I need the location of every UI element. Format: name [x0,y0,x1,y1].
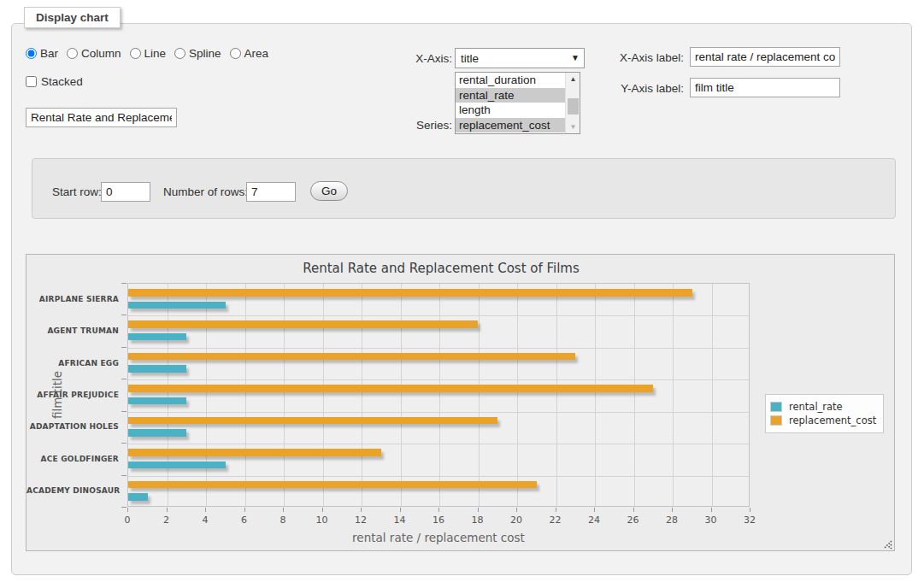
x-axis-tick-mark [400,508,401,512]
y-axis-tick-mark [121,379,127,379]
chart-title-input[interactable] [26,108,177,127]
gridline-vertical [634,284,635,506]
category-label: AGENT TRUMAN [26,326,119,335]
gridline-horizontal [128,348,749,349]
category-label: AFFAIR PREJUDICE [26,391,119,399]
chevron-down-icon: ▼ [571,53,580,62]
listbox-scrollbar[interactable]: ▲ ▼ [565,73,580,133]
number-of-rows-input[interactable] [246,182,296,202]
x-axis-tick-label: 6 [241,514,247,526]
x-axis-tick-mark [750,508,750,512]
chart-type-option-column[interactable]: Column [67,47,121,60]
x-axis-tick-mark [594,508,595,512]
bar-replacement_cost [128,353,575,361]
series-list-label: Series: [389,119,452,132]
series-option-rental_rate[interactable]: rental_rate [456,88,580,103]
gridline-vertical [206,284,207,506]
resize-handle-icon[interactable] [881,538,893,550]
bar-replacement_cost [128,481,537,489]
category-label: AIRPLANE SIERRA [26,295,119,303]
bar-replacement_cost [128,385,653,392]
legend-entry: rental_rate [770,401,876,413]
chart-type-label: Area [244,47,269,60]
stacked-label: Stacked [41,75,83,88]
x-axis-tick-label: 10 [316,514,328,526]
gridline-vertical [168,284,168,506]
legend-swatch [770,402,782,412]
series-option-length[interactable]: length [456,103,580,118]
y-axis-tick-mark [121,443,127,444]
x-axis-select-label: X-Axis: [389,52,452,65]
x-axis-tick-label: 26 [627,514,639,526]
x-axis-tick-label: 0 [125,514,131,526]
bar-rental_rate [128,365,186,373]
panel-legend: Display chart [24,7,121,28]
bar-rental_rate [128,397,186,405]
chart-type-label: Line [144,47,167,60]
legend-entry: replacement_cost [770,414,876,426]
x-axis-tick-label: 18 [472,514,484,526]
x-axis-tick-label: 28 [666,514,678,526]
chart-type-group: BarColumnLineSplineArea [26,47,268,60]
bar-rental_rate [128,493,148,501]
chart-type-radio-column[interactable] [67,48,78,59]
series-option-replacement_cost[interactable]: replacement_cost [456,118,580,133]
stacked-checkbox[interactable] [26,76,37,87]
x-axis-tick-label: 12 [355,514,367,526]
x-axis-tick-mark [205,508,206,512]
series-listbox[interactable]: rental_durationrental_ratelengthreplacem… [455,72,580,134]
scrollbar-thumb[interactable] [568,98,579,115]
x-axis-tick-label: 14 [394,514,406,526]
y-axis-tick-mark [121,475,127,476]
y-axis-label-input[interactable] [690,78,840,97]
chart-type-option-spline[interactable]: Spline [174,47,221,60]
bar-replacement_cost [128,449,381,456]
gridline-vertical [595,284,596,506]
go-button[interactable]: Go [310,181,348,201]
gridline-horizontal [128,476,749,477]
chart-type-radio-area[interactable] [230,48,241,59]
bar-replacement_cost [128,320,478,328]
chart-type-label: Spline [189,47,221,60]
category-label: ADAPTATION HOLES [26,422,119,431]
gridline-vertical [401,284,402,506]
chart-type-radio-line[interactable] [130,48,141,59]
chart-type-option-line[interactable]: Line [130,47,167,60]
chart-x-axis-label: rental rate / replacement cost [127,531,750,544]
bar-rental_rate [128,461,226,469]
y-axis-tick-mark [121,347,127,348]
y-axis-tick-mark [121,411,127,412]
start-row-label: Start row: [52,185,102,198]
stacked-option[interactable]: Stacked [26,75,83,88]
gridline-vertical [362,284,362,506]
gridline-vertical [556,284,557,506]
x-axis-tick-mark [516,508,517,512]
x-axis-tick-mark [322,508,323,512]
chart-type-radio-spline[interactable] [174,48,185,59]
category-label: ACADEMY DINOSAUR [26,486,119,495]
series-option-rental_duration[interactable]: rental_duration [456,73,580,88]
chart-legend: rental_ratereplacement_cost [765,394,884,433]
gridline-horizontal [128,444,749,444]
x-axis-tick-mark [633,508,634,512]
chart-plot-area [127,283,750,507]
x-axis-tick-mark [478,508,479,512]
x-axis-selected-value: title [461,52,479,65]
chart-type-option-area[interactable]: Area [230,47,269,60]
gridline-horizontal [128,379,749,380]
x-axis-tick-mark [711,508,712,512]
x-axis-label-caption: X-Axis label: [603,51,684,64]
page: Display chart BarColumnLineSplineArea St… [0,0,924,582]
x-axis-label-input[interactable] [690,47,840,67]
x-axis-tick-label: 2 [163,514,169,526]
scroll-up-icon[interactable]: ▲ [566,73,580,85]
gridline-vertical [245,284,246,506]
bar-rental_rate [128,302,226,309]
chart-type-option-bar[interactable]: Bar [26,47,58,60]
start-row-input[interactable] [101,182,150,202]
bar-rental_rate [128,333,186,341]
chart-type-radio-bar[interactable] [26,48,37,59]
x-axis-select[interactable]: title ▼ [455,48,585,68]
x-axis-tick-label: 32 [744,514,756,526]
scroll-down-icon[interactable]: ▼ [566,121,580,133]
